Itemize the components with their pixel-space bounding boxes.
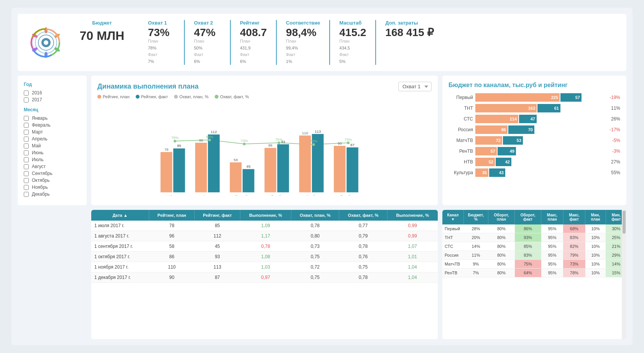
table-column-header: Охват, план, % xyxy=(291,210,339,221)
right-cell-of: 75% xyxy=(515,259,541,268)
month-checkbox-Апрель[interactable] xyxy=(24,137,29,142)
channel-bars: 86 70 xyxy=(475,125,603,134)
month-checkbox-Март[interactable] xyxy=(24,130,29,135)
table-column-header: Выполнение, % xyxy=(387,210,438,221)
month-item-Май[interactable]: Май xyxy=(24,143,80,148)
cell-cov-plan: 0,75 xyxy=(291,251,339,262)
month-checkbox-Январь[interactable] xyxy=(24,116,29,121)
table-column-header: Рейтинг, факт xyxy=(195,210,240,221)
svg-point-44 xyxy=(312,144,315,146)
bar-fact: 61 xyxy=(537,104,560,112)
legend-dot xyxy=(174,95,178,99)
year-item-2017[interactable]: 2017 xyxy=(24,97,80,102)
month-checkbox-Сентябрь[interactable] xyxy=(24,171,29,176)
svg-point-51 xyxy=(347,142,350,144)
month-label-Июнь: Июнь xyxy=(32,150,44,155)
svg-text:112: 112 xyxy=(211,130,217,134)
channel-pct: 55% xyxy=(605,170,620,175)
channel-bars: 163 61 xyxy=(475,104,603,112)
main-table-body: 1 июля 2017 г. 78 85 1,09 0,78 0,77 0,99… xyxy=(91,221,438,283)
metric-block-1: Охват 2 47% План 50%Факт 6% xyxy=(185,20,231,65)
svg-text:Август: Август xyxy=(203,195,215,196)
month-checkbox-Декабрь[interactable] xyxy=(24,192,29,197)
channel-row: ТНТ 163 61 11% xyxy=(449,104,620,112)
month-item-Август[interactable]: Август xyxy=(24,164,80,169)
right-cell-mp: 95% xyxy=(541,251,563,259)
chart-dropdown[interactable]: Охват 1 xyxy=(398,82,432,91)
month-item-Июнь[interactable]: Июнь xyxy=(24,150,80,155)
legend-dot xyxy=(136,95,140,99)
right-cell-mf: 78% xyxy=(563,268,585,277)
year-checkbox-2017[interactable] xyxy=(24,97,29,102)
svg-text:85: 85 xyxy=(177,144,181,148)
month-item-Апрель[interactable]: Апрель xyxy=(24,136,80,142)
channel-row: НТВ 52 42 27% xyxy=(449,158,620,166)
svg-text:75%: 75% xyxy=(275,137,283,142)
right-cell-minp: 10% xyxy=(585,251,606,259)
budget-channels-title: Бюджет по каналам, тыс.руб и рейтинг xyxy=(449,82,620,89)
right-cell-op: 80% xyxy=(488,233,514,242)
right-cell-minp: 10% xyxy=(585,259,606,268)
svg-point-23 xyxy=(208,139,211,142)
svg-text:Июль: Июль xyxy=(169,195,179,196)
right-cell-mp: 95% xyxy=(541,224,563,233)
month-item-Декабрь[interactable]: Декабрь xyxy=(24,191,80,197)
year-item-2016[interactable]: 2016 xyxy=(24,90,80,96)
channel-row: СТС 114 47 26% xyxy=(449,115,620,123)
svg-point-5 xyxy=(44,27,48,33)
cell-exec1: 1,03 xyxy=(240,262,291,272)
month-item-Июль[interactable]: Июль xyxy=(24,157,80,162)
month-checkbox-Ноябрь[interactable] xyxy=(24,185,29,190)
svg-text:80%: 80% xyxy=(206,135,214,139)
metric-sub-3: План 99,4%Факт 1% xyxy=(286,38,320,65)
month-checkbox-Октябрь[interactable] xyxy=(24,178,29,183)
channel-row: Россия 86 70 -17% xyxy=(449,125,620,134)
right-cell-mf: 79% xyxy=(563,251,585,259)
channel-name: Первый xyxy=(449,95,473,100)
right-cell-of: 85% xyxy=(515,242,541,251)
bottom-left-spacer xyxy=(18,210,87,339)
svg-rect-48 xyxy=(347,148,358,193)
month-checkbox-Июль[interactable] xyxy=(24,157,29,162)
cell-date: 1 ноября 2017 г. xyxy=(91,262,149,272)
svg-rect-32 xyxy=(264,148,276,193)
svg-rect-13 xyxy=(173,148,185,192)
legend-label: Рейтинг, план xyxy=(103,94,130,99)
year-checkbox-2016[interactable] xyxy=(24,91,29,96)
right-cell-mf: 83% xyxy=(563,233,585,242)
right-cell-minp: 10% xyxy=(585,268,606,277)
month-item-Сентябрь[interactable]: Сентябрь xyxy=(24,171,80,176)
logo xyxy=(27,27,65,58)
month-checkbox-Июнь[interactable] xyxy=(24,150,29,155)
right-column-header: Мин, план xyxy=(585,210,606,224)
bar-fact: 53 xyxy=(503,136,523,145)
month-checkbox-Февраль[interactable] xyxy=(24,123,29,128)
right-table-row: МатчТВ 9% 80% 75% 95% 73% 10% 14% xyxy=(442,259,626,268)
month-checkbox-Август[interactable] xyxy=(24,164,29,169)
month-item-Январь[interactable]: Январь xyxy=(24,115,80,121)
month-item-Октябрь[interactable]: Октябрь xyxy=(24,178,80,183)
svg-point-4 xyxy=(44,40,48,45)
cell-exec1: 1,08 xyxy=(240,251,291,262)
svg-text:Ноябрь: Ноябрь xyxy=(306,195,319,196)
svg-text:Октябрь: Октябрь xyxy=(271,195,285,196)
bottom-row: Дата ▲Рейтинг, планРейтинг, фактВыполнен… xyxy=(18,210,626,339)
svg-text:45: 45 xyxy=(246,165,251,169)
month-item-Февраль[interactable]: Февраль xyxy=(24,122,80,128)
right-cell-mp: 95% xyxy=(541,259,563,268)
scrollbar[interactable] xyxy=(622,210,626,339)
cell-exec1: 1,09 xyxy=(240,221,291,231)
chart-header: Динамика выполнения плана Охват 1 xyxy=(97,82,432,91)
table-row: 1 июля 2017 г. 78 85 1,09 0,78 0,77 0,99 xyxy=(91,221,438,231)
bar-chart-svg: 788578%Июль9611280%Август584573%Сентябрь… xyxy=(97,115,432,196)
month-item-Март[interactable]: Март xyxy=(24,129,80,135)
month-checkbox-Май[interactable] xyxy=(24,144,29,148)
cell-cov-plan: 0,72 xyxy=(291,262,339,272)
channel-bars: 57 49 xyxy=(475,147,603,155)
metric-block-3: Соответствие 98,4% План 99,4%Факт 1% xyxy=(277,20,330,65)
month-label-Октябрь: Октябрь xyxy=(32,178,50,183)
bar-plan: 52 xyxy=(475,158,495,166)
month-item-Ноябрь[interactable]: Ноябрь xyxy=(24,185,80,190)
svg-rect-11 xyxy=(161,152,172,193)
metric-sub-1: План 50%Факт 6% xyxy=(194,38,221,65)
